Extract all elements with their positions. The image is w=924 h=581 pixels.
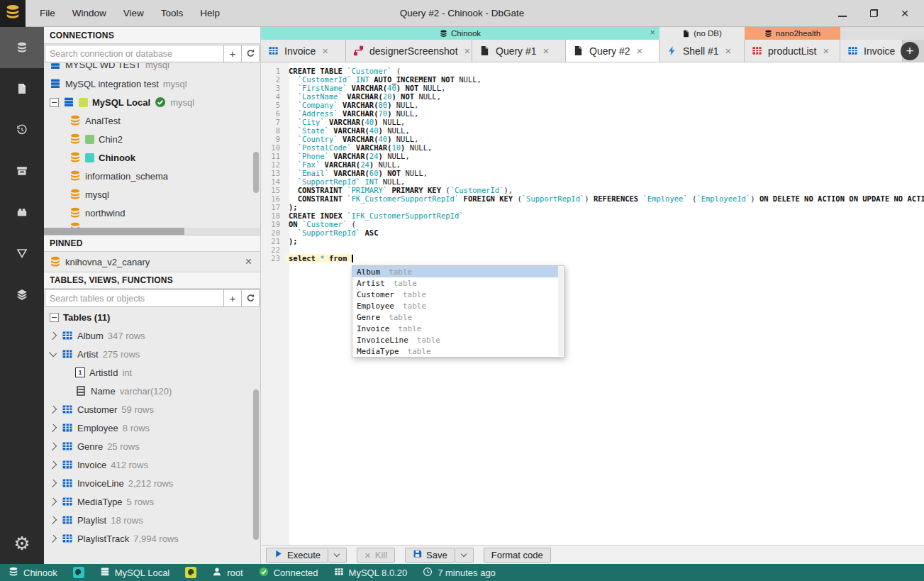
status-user[interactable]: root [212, 567, 243, 579]
nav-plugins[interactable] [0, 192, 44, 233]
column-row-name[interactable]: Namevarchar(120) [44, 382, 260, 400]
tab-designerscreenshot[interactable]: designerScreenshot× [346, 40, 472, 62]
menu-file[interactable]: File [33, 5, 62, 21]
table-row-album[interactable]: Album347 rows [44, 326, 260, 345]
execute-button[interactable]: Execute [266, 548, 328, 563]
connections-vertical-scrollbar[interactable] [253, 152, 259, 193]
kill-button[interactable]: × Kill [357, 548, 395, 563]
close-tab-button[interactable]: × [823, 45, 829, 57]
tab-group--no-db-[interactable]: (no DB) [659, 27, 745, 40]
chevron-right-icon[interactable] [49, 424, 57, 431]
autocomplete-item-mediatype[interactable]: MediaTypetable [352, 345, 558, 357]
connection-item-mysql-wd-test[interactable]: MYSQL WD TESTmysql [44, 63, 260, 74]
connection-item-mysql-local[interactable]: MySQL Localmysql [44, 93, 260, 111]
chevron-down-icon[interactable] [49, 349, 57, 357]
new-tab-button[interactable]: + [901, 42, 919, 60]
sql-editor[interactable]: 1CREATE TABLE `Customer` (2 `CustomerId`… [261, 62, 924, 545]
execute-dropdown-button[interactable] [328, 548, 347, 563]
nav-layers[interactable] [0, 274, 44, 315]
autocomplete-item-artist[interactable]: Artisttable [352, 277, 558, 289]
autocomplete-scrollbar[interactable] [558, 267, 563, 356]
refresh-objects-button[interactable] [242, 289, 260, 307]
unpin-button[interactable]: × [245, 255, 252, 268]
tables-vertical-scrollbar[interactable] [253, 389, 259, 540]
table-row-customer[interactable]: Customer59 rows [44, 400, 260, 419]
close-tab-button[interactable]: × [322, 45, 328, 57]
minimize-button[interactable] [837, 9, 847, 18]
tab-shell-1[interactable]: Shell #1× [659, 40, 745, 62]
menu-view[interactable]: View [116, 5, 151, 21]
close-tab-button[interactable]: × [543, 45, 550, 57]
connection-item-chinook[interactable]: Chinook [44, 148, 260, 167]
chevron-right-icon[interactable] [49, 442, 57, 450]
add-object-button[interactable]: + [224, 289, 242, 307]
refresh-connections-button[interactable] [242, 45, 260, 62]
nav-query-designer[interactable] [0, 233, 44, 274]
tab-group-nano2health[interactable]: nano2health [745, 27, 840, 40]
tab-query-2[interactable]: Query #2× [566, 40, 659, 62]
table-row-artist[interactable]: Artist275 rows [44, 345, 260, 363]
add-connection-button[interactable]: + [224, 45, 242, 62]
menu-help[interactable]: Help [193, 5, 227, 21]
close-group-button[interactable]: × [650, 27, 655, 38]
status-server[interactable]: MySQL Local [100, 567, 170, 579]
tab-invoice[interactable]: Invoice [840, 40, 903, 62]
nav-settings[interactable]: ⚙ [0, 523, 44, 564]
menu-window[interactable]: Window [65, 5, 113, 21]
tab-query-1[interactable]: Query #1× [472, 40, 566, 62]
nav-archive[interactable] [0, 150, 44, 192]
nav-history[interactable] [0, 109, 44, 150]
table-row-playlisttrack[interactable]: PlaylistTrack7,994 rows [44, 529, 260, 548]
tab-group-chinook[interactable]: Chinook× [261, 27, 659, 40]
autocomplete-item-customer[interactable]: Customertable [352, 289, 558, 300]
autocomplete-item-invoice[interactable]: Invoicetable [352, 323, 558, 334]
objects-search-input[interactable] [45, 289, 224, 307]
database-color-badge[interactable] [73, 567, 84, 578]
tables-group-row[interactable]: Tables (11) [44, 308, 260, 326]
close-button[interactable]: × [900, 9, 910, 18]
chevron-right-icon[interactable] [49, 405, 57, 413]
autocomplete-item-employee[interactable]: Employeetable [352, 300, 558, 311]
chevron-right-icon[interactable] [49, 479, 57, 487]
close-tab-button[interactable]: × [725, 45, 732, 57]
autocomplete-item-genre[interactable]: Genretable [352, 311, 558, 323]
nav-database[interactable] [0, 27, 44, 68]
chevron-right-icon[interactable] [49, 460, 57, 468]
save-button[interactable]: Save [405, 548, 455, 563]
connection-item-analtest[interactable]: AnalTest [44, 111, 260, 130]
table-row-employee[interactable]: Employee8 rows [44, 419, 260, 437]
connections-horizontal-scrollbar[interactable] [44, 228, 260, 235]
nav-file[interactable] [0, 68, 44, 109]
chevron-right-icon[interactable] [49, 516, 57, 524]
connections-search-input[interactable] [45, 45, 224, 62]
connection-item-chin2[interactable]: Chin2 [44, 130, 260, 148]
collapse-box-icon[interactable] [50, 98, 59, 107]
status-database[interactable]: Chinook [9, 567, 57, 579]
autocomplete-item-invoiceline[interactable]: InvoiceLinetable [352, 334, 558, 345]
column-row-artistid[interactable]: 1ArtistIdint [44, 363, 260, 382]
table-row-invoiceline[interactable]: InvoiceLine2,212 rows [44, 474, 260, 492]
table-row-playlist[interactable]: Playlist18 rows [44, 511, 260, 529]
autocomplete-item-album[interactable]: Albumtable [352, 266, 558, 277]
chevron-right-icon[interactable] [49, 331, 57, 339]
close-tab-button[interactable]: × [637, 45, 643, 57]
tab-productlist[interactable]: productList× [745, 40, 840, 62]
format-code-button[interactable]: Format code [484, 548, 551, 563]
table-row-invoice[interactable]: Invoice412 rows [44, 455, 260, 474]
connection-item-information-schema[interactable]: information_schema [44, 167, 260, 185]
pinned-item-knihovna_v2_canary[interactable]: knihovna_v2_canary× [44, 252, 260, 272]
menu-tools[interactable]: Tools [154, 5, 191, 21]
save-dropdown-button[interactable] [455, 548, 474, 563]
close-tab-button[interactable]: × [464, 45, 471, 57]
table-row-genre[interactable]: Genre25 rows [44, 437, 260, 455]
chevron-right-icon[interactable] [49, 497, 57, 505]
tab-invoice[interactable]: Invoice× [261, 40, 346, 62]
restore-button[interactable] [869, 9, 879, 18]
collapse-box-icon[interactable] [50, 313, 59, 322]
table-row-mediatype[interactable]: MediaType5 rows [44, 492, 260, 511]
connection-item-mysql[interactable]: mysql [44, 185, 260, 204]
chevron-right-icon[interactable] [49, 534, 57, 542]
server-color-badge[interactable] [185, 567, 196, 578]
connection-item-mysql-integration-test[interactable]: MySQL integration testmysql [44, 74, 260, 93]
connection-item-northwind[interactable]: northwind [44, 204, 260, 222]
